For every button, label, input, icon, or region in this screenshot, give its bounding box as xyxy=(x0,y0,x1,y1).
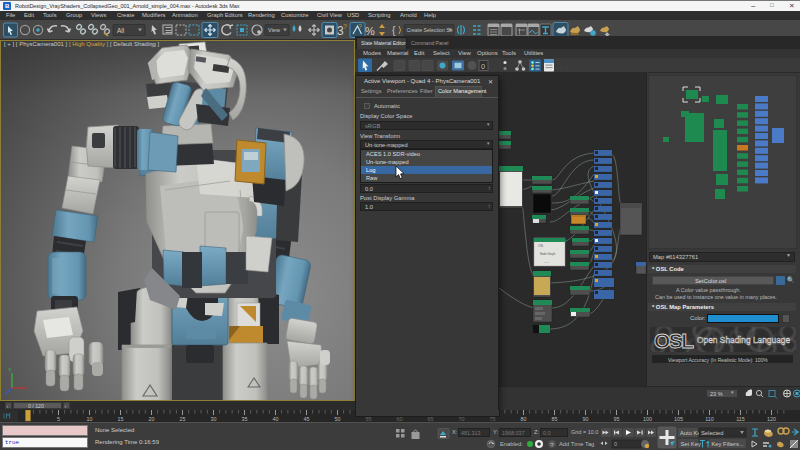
svg-text:All: All xyxy=(117,27,125,34)
svg-text:OSL: OSL xyxy=(538,244,544,248)
svg-text:Set Key: Set Key xyxy=(681,441,701,447)
svg-text:5: 5 xyxy=(57,416,60,422)
svg-text:☰: ☰ xyxy=(165,26,172,35)
svg-text:85: 85 xyxy=(552,416,558,422)
svg-text:120: 120 xyxy=(767,416,776,422)
svg-text:50: 50 xyxy=(335,416,341,422)
svg-text:Open Shading Language: Open Shading Language xyxy=(697,335,790,345)
svg-text:View: View xyxy=(268,27,281,33)
svg-text:%: % xyxy=(365,25,375,37)
svg-text:30: 30 xyxy=(211,416,217,422)
svg-text:40: 40 xyxy=(273,416,279,422)
svg-text:15: 15 xyxy=(118,416,124,422)
svg-text:?: ? xyxy=(343,23,347,30)
svg-text:Key Filters...: Key Filters... xyxy=(712,441,745,447)
svg-text:Node Graph: Node Graph xyxy=(540,252,556,256)
svg-text:0: 0 xyxy=(614,441,617,447)
svg-text:90: 90 xyxy=(583,416,589,422)
svg-text:?: ? xyxy=(358,23,362,30)
svg-text:OSL: OSL xyxy=(654,329,694,352)
svg-text:20: 20 xyxy=(149,416,155,422)
svg-text:100: 100 xyxy=(643,416,652,422)
svg-text:Create Selection Se: Create Selection Se xyxy=(407,27,453,33)
svg-text:Selected: Selected xyxy=(701,430,724,436)
svg-text:115: 115 xyxy=(736,416,745,422)
svg-text:10: 10 xyxy=(87,416,93,422)
svg-text:110: 110 xyxy=(705,416,714,422)
svg-text:25: 25 xyxy=(180,416,186,422)
svg-text:0: 0 xyxy=(481,62,485,71)
svg-text:80: 80 xyxy=(521,416,527,422)
svg-text:45: 45 xyxy=(304,416,310,422)
svg-text:v 0.9: v 0.9 xyxy=(544,261,550,264)
svg-text:35: 35 xyxy=(242,416,248,422)
svg-text:105: 105 xyxy=(674,416,683,422)
svg-text:95: 95 xyxy=(614,416,620,422)
